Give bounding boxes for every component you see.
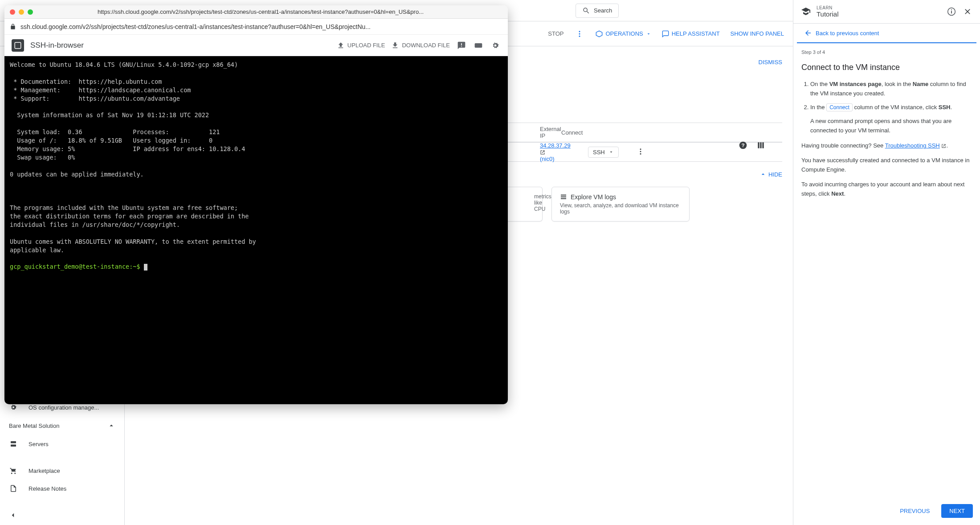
- back-button[interactable]: Back to previous content: [797, 24, 976, 43]
- chat-icon: [662, 30, 669, 37]
- ssh-toolbar: SSH-in-browser UPLOAD FILE DOWNLOAD FILE: [4, 35, 508, 56]
- server-icon: [9, 439, 18, 448]
- columns-icon[interactable]: [755, 140, 766, 151]
- dismiss-button[interactable]: DISMISS: [759, 59, 782, 66]
- explore-logs-card[interactable]: Explore VM logs View, search, analyze, a…: [551, 187, 690, 221]
- sidebar-item-label: Marketplace: [29, 468, 60, 474]
- chevron-up-icon: [107, 422, 115, 430]
- help-assistant-button[interactable]: HELP ASSISTANT: [662, 30, 720, 37]
- keyboard-icon[interactable]: [473, 40, 484, 51]
- chevron-up-icon: [760, 171, 767, 178]
- troubleshoot-link[interactable]: Troubleshooting SSH: [885, 142, 940, 149]
- upload-file-button[interactable]: UPLOAD FILE: [337, 41, 385, 49]
- svg-point-5: [579, 35, 580, 37]
- sidebar-section-bare-metal[interactable]: Bare Metal Solution: [0, 416, 124, 435]
- window-title: https://ssh.cloud.google.com/v2/ssh/proj…: [37, 8, 502, 15]
- document-icon: [9, 484, 18, 493]
- cart-icon: [9, 466, 18, 475]
- sidebar-item-label: Release Notes: [29, 485, 66, 492]
- svg-point-13: [640, 148, 641, 150]
- svg-point-14: [640, 151, 641, 152]
- table-help-icon[interactable]: ?: [738, 140, 748, 151]
- stop-button[interactable]: STOP: [548, 30, 564, 37]
- sidebar-item-release-notes[interactable]: Release Notes: [0, 480, 124, 497]
- show-info-panel-button[interactable]: SHOW INFO PANEL: [731, 30, 784, 37]
- feedback-icon[interactable]: [456, 40, 467, 51]
- lock-icon: [10, 24, 16, 30]
- learn-icon: [800, 6, 811, 17]
- open-external-icon: [941, 144, 946, 148]
- svg-rect-6: [11, 441, 16, 443]
- svg-rect-10: [758, 142, 759, 148]
- arrow-left-icon: [804, 29, 812, 37]
- logs-icon: [560, 193, 567, 201]
- close-window-button[interactable]: [10, 9, 15, 15]
- svg-rect-11: [760, 142, 761, 148]
- sidebar-item-label: Servers: [29, 441, 49, 447]
- svg-rect-26: [475, 43, 482, 48]
- search-icon: [582, 7, 590, 15]
- ssh-app-title: SSH-in-browser: [30, 41, 331, 50]
- chevron-left-icon: [9, 511, 17, 519]
- svg-rect-21: [951, 9, 952, 10]
- svg-rect-16: [561, 195, 566, 196]
- url-text: ssh.cloud.google.com/v2/ssh/projects/tes…: [20, 23, 502, 30]
- ssh-window: https://ssh.cloud.google.com/v2/ssh/proj…: [4, 5, 508, 404]
- download-icon: [391, 41, 399, 49]
- gear-icon: [9, 403, 18, 412]
- svg-text:?: ?: [741, 142, 744, 148]
- browser-url-bar[interactable]: ssh.cloud.google.com/v2/ssh/projects/tes…: [4, 19, 508, 35]
- svg-rect-7: [11, 445, 16, 447]
- maximize-window-button[interactable]: [28, 9, 33, 15]
- chevron-down-icon: [608, 149, 614, 155]
- operations-icon: [596, 30, 603, 37]
- ssh-connect-button[interactable]: SSH: [588, 147, 619, 158]
- step-counter: Step 3 of 4: [801, 49, 972, 57]
- tutorial-panel: LEARN Tutorial Back to previous content …: [793, 0, 980, 525]
- learn-label: LEARN: [817, 5, 941, 10]
- svg-rect-18: [561, 198, 566, 199]
- tutorial-info-icon[interactable]: [946, 6, 957, 17]
- overflow-menu-icon[interactable]: [574, 29, 585, 39]
- step-item-2: In the Connect column of the VM instance…: [810, 103, 972, 135]
- sidebar-item-servers[interactable]: Servers: [0, 435, 124, 453]
- ssh-logo-icon: [12, 39, 24, 52]
- download-file-button[interactable]: DOWNLOAD FILE: [391, 41, 450, 49]
- hide-button[interactable]: HIDE: [760, 171, 782, 178]
- svg-rect-12: [762, 142, 764, 148]
- next-button[interactable]: NEXT: [941, 504, 973, 518]
- success-text: You have successfully created and connec…: [801, 156, 972, 175]
- terminal[interactable]: Welcome to Ubuntu 18.04.6 LTS (GNU/Linux…: [4, 56, 508, 404]
- collapse-sidebar-button[interactable]: [0, 507, 26, 525]
- th-connect: Connect: [540, 129, 629, 136]
- minimize-window-button[interactable]: [19, 9, 24, 15]
- sidebar-item-label: OS configuration manage...: [29, 404, 99, 411]
- tutorial-title: Tutorial: [817, 10, 941, 18]
- svg-point-15: [640, 153, 641, 154]
- upload-icon: [337, 41, 345, 49]
- step-title: Connect to the VM instance: [801, 61, 972, 74]
- previous-button[interactable]: PREVIOUS: [894, 504, 936, 518]
- row-menu-icon[interactable]: [637, 148, 645, 157]
- chevron-down-icon: [646, 31, 651, 37]
- close-tutorial-icon[interactable]: [962, 6, 973, 17]
- svg-rect-17: [561, 197, 566, 197]
- mac-titlebar[interactable]: https://ssh.cloud.google.com/v2/ssh/proj…: [4, 5, 508, 19]
- troubleshoot-text: Having trouble connecting? See Troublesh…: [801, 141, 972, 151]
- svg-point-4: [579, 33, 580, 34]
- step-item-1: On the VM instances page, look in the Na…: [810, 80, 972, 98]
- settings-icon[interactable]: [490, 40, 501, 51]
- search-label: Search: [594, 7, 612, 14]
- connect-pill: Connect: [826, 103, 853, 111]
- svg-rect-20: [951, 11, 952, 13]
- search-box[interactable]: Search: [576, 4, 619, 18]
- svg-point-3: [579, 31, 580, 32]
- sidebar-item-marketplace[interactable]: Marketplace: [0, 462, 124, 480]
- avoid-text: To avoid incurring charges to your accou…: [801, 180, 972, 199]
- operations-button[interactable]: OPERATIONS: [596, 30, 651, 37]
- svg-rect-25: [16, 45, 20, 46]
